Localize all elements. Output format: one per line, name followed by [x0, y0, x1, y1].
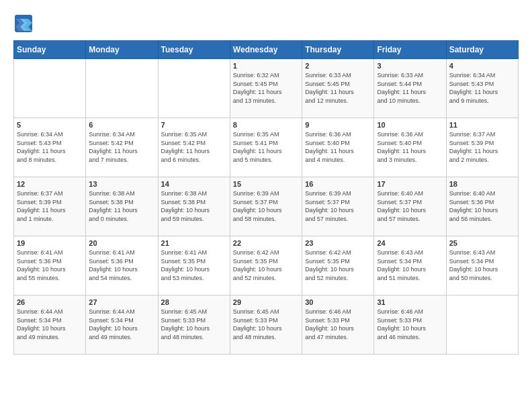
calendar-cell [158, 59, 230, 118]
header-day-friday: Friday [374, 41, 446, 59]
day-info: Sunrise: 6:33 AM Sunset: 5:45 PM Dayligh… [305, 71, 371, 105]
calendar-cell: 13Sunrise: 6:38 AM Sunset: 5:38 PM Dayli… [86, 177, 158, 236]
day-number: 19 [17, 239, 83, 247]
day-info: Sunrise: 6:40 AM Sunset: 5:36 PM Dayligh… [449, 189, 515, 223]
day-number: 27 [89, 298, 154, 306]
day-info: Sunrise: 6:46 AM Sunset: 5:33 PM Dayligh… [377, 308, 443, 341]
calendar-cell [446, 295, 518, 355]
day-info: Sunrise: 6:42 AM Sunset: 5:35 PM Dayligh… [233, 248, 299, 282]
calendar-cell: 21Sunrise: 6:41 AM Sunset: 5:35 PM Dayli… [158, 236, 230, 295]
calendar-cell: 6Sunrise: 6:34 AM Sunset: 5:42 PM Daylig… [86, 118, 158, 177]
calendar-cell: 16Sunrise: 6:39 AM Sunset: 5:37 PM Dayli… [302, 177, 374, 236]
day-number: 7 [161, 121, 227, 129]
calendar-cell: 27Sunrise: 6:44 AM Sunset: 5:34 PM Dayli… [86, 295, 158, 355]
calendar-cell: 31Sunrise: 6:46 AM Sunset: 5:33 PM Dayli… [374, 295, 446, 355]
day-number: 31 [377, 298, 443, 306]
day-number: 18 [449, 180, 515, 188]
day-number: 12 [17, 180, 83, 188]
day-info: Sunrise: 6:34 AM Sunset: 5:43 PM Dayligh… [17, 130, 83, 164]
calendar-table: SundayMondayTuesdayWednesdayThursdayFrid… [13, 40, 519, 355]
calendar-cell: 22Sunrise: 6:42 AM Sunset: 5:35 PM Dayli… [230, 236, 302, 295]
calendar-cell [14, 59, 86, 118]
day-info: Sunrise: 6:35 AM Sunset: 5:41 PM Dayligh… [233, 130, 299, 164]
header-day-saturday: Saturday [446, 41, 518, 59]
week-row-4: 26Sunrise: 6:44 AM Sunset: 5:34 PM Dayli… [14, 295, 519, 355]
day-info: Sunrise: 6:43 AM Sunset: 5:34 PM Dayligh… [449, 248, 515, 282]
day-info: Sunrise: 6:36 AM Sunset: 5:40 PM Dayligh… [377, 130, 443, 164]
day-number: 9 [305, 121, 371, 129]
calendar-cell: 12Sunrise: 6:37 AM Sunset: 5:39 PM Dayli… [14, 177, 86, 236]
day-number: 29 [233, 298, 299, 306]
day-number: 26 [17, 298, 83, 306]
header-day-thursday: Thursday [302, 41, 374, 59]
calendar-cell: 25Sunrise: 6:43 AM Sunset: 5:34 PM Dayli… [446, 236, 518, 295]
calendar-cell [86, 59, 158, 118]
day-number: 8 [233, 121, 299, 129]
week-row-2: 12Sunrise: 6:37 AM Sunset: 5:39 PM Dayli… [14, 177, 519, 236]
day-info: Sunrise: 6:46 AM Sunset: 5:33 PM Dayligh… [305, 308, 371, 341]
day-number: 20 [89, 239, 154, 247]
calendar-cell: 5Sunrise: 6:34 AM Sunset: 5:43 PM Daylig… [14, 118, 86, 177]
calendar-cell: 8Sunrise: 6:35 AM Sunset: 5:41 PM Daylig… [230, 118, 302, 177]
calendar-cell: 18Sunrise: 6:40 AM Sunset: 5:36 PM Dayli… [446, 177, 518, 236]
day-number: 4 [449, 62, 515, 70]
calendar-header: SundayMondayTuesdayWednesdayThursdayFrid… [14, 41, 519, 59]
day-info: Sunrise: 6:43 AM Sunset: 5:34 PM Dayligh… [377, 248, 443, 282]
day-number: 5 [17, 121, 83, 129]
day-number: 24 [377, 239, 443, 247]
calendar-body: 1Sunrise: 6:32 AM Sunset: 5:45 PM Daylig… [14, 59, 519, 355]
day-info: Sunrise: 6:38 AM Sunset: 5:38 PM Dayligh… [161, 189, 227, 223]
week-row-1: 5Sunrise: 6:34 AM Sunset: 5:43 PM Daylig… [14, 118, 519, 177]
week-row-3: 19Sunrise: 6:41 AM Sunset: 5:36 PM Dayli… [14, 236, 519, 295]
day-info: Sunrise: 6:39 AM Sunset: 5:37 PM Dayligh… [305, 189, 371, 223]
calendar-cell: 24Sunrise: 6:43 AM Sunset: 5:34 PM Dayli… [374, 236, 446, 295]
calendar-cell: 4Sunrise: 6:34 AM Sunset: 5:43 PM Daylig… [446, 59, 518, 118]
day-number: 23 [305, 239, 371, 247]
calendar-cell: 1Sunrise: 6:32 AM Sunset: 5:45 PM Daylig… [230, 59, 302, 118]
day-info: Sunrise: 6:41 AM Sunset: 5:36 PM Dayligh… [89, 248, 154, 282]
day-info: Sunrise: 6:41 AM Sunset: 5:35 PM Dayligh… [161, 248, 227, 282]
day-number: 21 [161, 239, 227, 247]
day-info: Sunrise: 6:32 AM Sunset: 5:45 PM Dayligh… [233, 71, 299, 105]
day-number: 25 [449, 239, 515, 247]
day-info: Sunrise: 6:38 AM Sunset: 5:38 PM Dayligh… [89, 189, 154, 223]
day-number: 22 [233, 239, 299, 247]
calendar-cell: 23Sunrise: 6:42 AM Sunset: 5:35 PM Dayli… [302, 236, 374, 295]
week-row-0: 1Sunrise: 6:32 AM Sunset: 5:45 PM Daylig… [14, 59, 519, 118]
day-info: Sunrise: 6:37 AM Sunset: 5:39 PM Dayligh… [449, 130, 515, 164]
day-number: 17 [377, 180, 443, 188]
day-number: 30 [305, 298, 371, 306]
header-row: SundayMondayTuesdayWednesdayThursdayFrid… [14, 41, 519, 59]
day-number: 2 [305, 62, 371, 70]
calendar-cell: 11Sunrise: 6:37 AM Sunset: 5:39 PM Dayli… [446, 118, 518, 177]
header-day-sunday: Sunday [14, 41, 86, 59]
day-number: 1 [233, 62, 299, 70]
day-number: 11 [449, 121, 515, 129]
day-number: 13 [89, 180, 154, 188]
calendar-cell: 15Sunrise: 6:39 AM Sunset: 5:37 PM Dayli… [230, 177, 302, 236]
day-info: Sunrise: 6:37 AM Sunset: 5:39 PM Dayligh… [17, 189, 83, 223]
day-info: Sunrise: 6:40 AM Sunset: 5:37 PM Dayligh… [377, 189, 443, 223]
day-number: 14 [161, 180, 227, 188]
day-info: Sunrise: 6:45 AM Sunset: 5:33 PM Dayligh… [161, 308, 227, 341]
calendar-cell: 9Sunrise: 6:36 AM Sunset: 5:40 PM Daylig… [302, 118, 374, 177]
day-number: 15 [233, 180, 299, 188]
day-info: Sunrise: 6:34 AM Sunset: 5:42 PM Dayligh… [89, 130, 154, 164]
calendar-cell: 28Sunrise: 6:45 AM Sunset: 5:33 PM Dayli… [158, 295, 230, 355]
day-number: 16 [305, 180, 371, 188]
calendar-cell: 30Sunrise: 6:46 AM Sunset: 5:33 PM Dayli… [302, 295, 374, 355]
day-number: 10 [377, 121, 443, 129]
calendar-cell: 20Sunrise: 6:41 AM Sunset: 5:36 PM Dayli… [86, 236, 158, 295]
day-number: 28 [161, 298, 227, 306]
logo [13, 13, 36, 34]
calendar-cell: 2Sunrise: 6:33 AM Sunset: 5:45 PM Daylig… [302, 59, 374, 118]
calendar-cell: 7Sunrise: 6:35 AM Sunset: 5:42 PM Daylig… [158, 118, 230, 177]
header [13, 13, 519, 34]
day-info: Sunrise: 6:34 AM Sunset: 5:43 PM Dayligh… [449, 71, 515, 105]
day-info: Sunrise: 6:33 AM Sunset: 5:44 PM Dayligh… [377, 71, 443, 105]
day-info: Sunrise: 6:35 AM Sunset: 5:42 PM Dayligh… [161, 130, 227, 164]
day-number: 6 [89, 121, 154, 129]
header-day-monday: Monday [86, 41, 158, 59]
day-info: Sunrise: 6:44 AM Sunset: 5:34 PM Dayligh… [17, 308, 83, 341]
day-info: Sunrise: 6:42 AM Sunset: 5:35 PM Dayligh… [305, 248, 371, 282]
